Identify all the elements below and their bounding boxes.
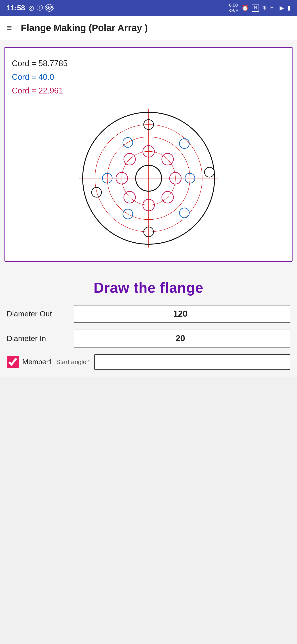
member1-angle-input[interactable] xyxy=(94,354,290,370)
messenger-icon: ◎ xyxy=(29,4,34,12)
signal-icon: ▶ xyxy=(280,4,284,12)
member1-sublabel: Start angle ° xyxy=(56,358,90,366)
hole-black-4 xyxy=(205,167,214,177)
diameter-out-row: Diameter Out xyxy=(7,305,290,323)
diameter-in-row: Diameter In xyxy=(7,330,290,348)
hole-black-2 xyxy=(92,188,101,197)
cord-label-magenta: Cord = 22.961 xyxy=(12,84,285,98)
nfc-icon: N xyxy=(252,4,259,12)
diameter-out-input[interactable] xyxy=(74,305,290,323)
365-icon: 365 xyxy=(46,4,53,12)
member-row: Member1 Start angle ° xyxy=(7,354,290,370)
diameter-out-label: Diameter Out xyxy=(7,310,69,318)
member1-label: Member1 xyxy=(22,358,52,366)
draw-flange-section: Draw the flange xyxy=(4,268,293,305)
status-bar: 11:58 ◎ ⓕ 365 0.00KB/S ⏰ N ✳ H⁺ ▶ ▮ xyxy=(0,0,297,16)
kb-speed: 0.00KB/S xyxy=(228,2,239,13)
main-content: Cord = 58.7785 Cord = 40.0 Cord = 22.961 xyxy=(0,40,297,376)
battery-icon: ▮ xyxy=(287,4,290,12)
form-section: Diameter Out Diameter In Member1 Start a… xyxy=(4,305,293,370)
alarm-icon: ⏰ xyxy=(242,4,249,12)
member1-checkbox[interactable] xyxy=(7,356,19,368)
app-bar: ≡ Flange Making (Polar Array ) xyxy=(0,16,297,40)
hole-blue-1 xyxy=(179,139,189,148)
canvas-container: Cord = 58.7785 Cord = 40.0 Cord = 22.961 xyxy=(4,47,293,262)
status-time: 11:58 xyxy=(7,4,25,12)
cord-label-blue: Cord = 40.0 xyxy=(12,70,285,84)
hole-blue-2 xyxy=(179,208,189,218)
cord-labels: Cord = 58.7785 Cord = 40.0 Cord = 22.961 xyxy=(12,56,285,98)
network-icon: H⁺ xyxy=(270,5,277,11)
status-left: 11:58 ◎ ⓕ 365 xyxy=(7,4,53,12)
menu-icon[interactable]: ≡ xyxy=(7,23,12,33)
bluetooth-icon: ✳ xyxy=(262,4,267,12)
facebook-icon: ⓕ xyxy=(37,4,43,12)
drawing-area xyxy=(12,104,285,252)
diameter-in-input[interactable] xyxy=(74,330,290,348)
app-title: Flange Making (Polar Array ) xyxy=(21,22,148,33)
flange-drawing xyxy=(75,104,222,252)
diameter-in-label: Diameter In xyxy=(7,334,69,343)
draw-flange-button[interactable]: Draw the flange xyxy=(94,280,204,296)
status-left-icons: ◎ ⓕ 365 xyxy=(29,4,53,12)
status-right: 0.00KB/S ⏰ N ✳ H⁺ ▶ ▮ xyxy=(228,2,290,13)
cord-label-black: Cord = 58.7785 xyxy=(12,56,285,70)
